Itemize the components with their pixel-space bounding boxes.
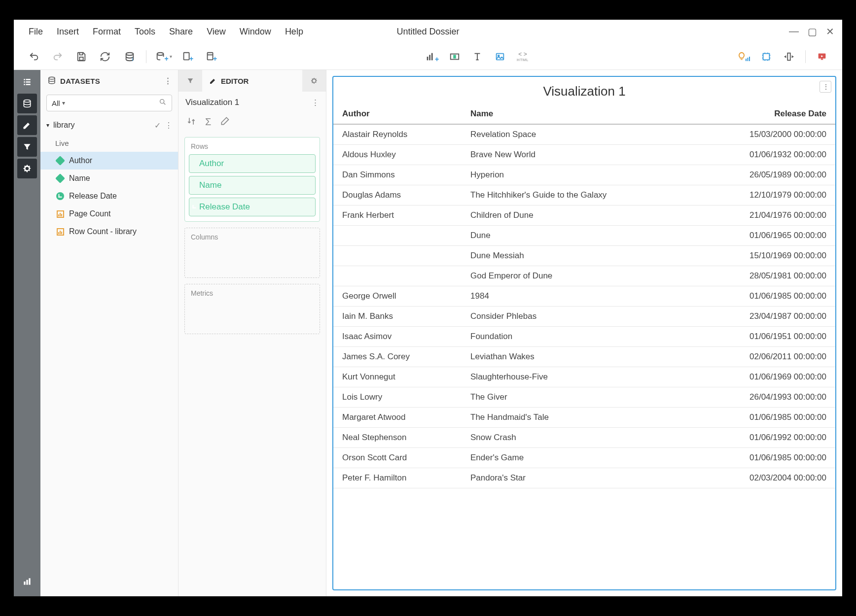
new-chapter-button[interactable]: + — [201, 47, 221, 66]
rail-datasets-button[interactable] — [17, 94, 37, 113]
swap-icon[interactable] — [186, 116, 196, 128]
editor-settings-tab[interactable] — [302, 70, 326, 92]
table-row[interactable]: James S.A. CoreyLeviathan Wakes02/06/201… — [333, 347, 835, 367]
table-row[interactable]: Dune Messiah15/10/1969 00:00:00 — [333, 246, 835, 266]
table-row[interactable]: Dan SimmonsHyperion26/05/1989 00:00:00 — [333, 165, 835, 185]
minimize-icon[interactable]: — — [789, 26, 799, 37]
table-row[interactable]: Aldous HuxleyBrave New World01/06/1932 0… — [333, 145, 835, 165]
search-icon[interactable] — [159, 98, 167, 108]
cell-name: Children of Dune — [462, 205, 693, 226]
add-data-button[interactable]: +▾ — [153, 47, 174, 66]
rail-filter-button[interactable] — [17, 137, 37, 157]
cell-date: 01/06/1985 00:00:00 — [693, 448, 835, 468]
menu-insert[interactable]: Insert — [50, 27, 86, 37]
cell-name: Pandora's Star — [462, 468, 693, 488]
menu-tools[interactable]: Tools — [128, 27, 162, 37]
menu-view[interactable]: View — [200, 27, 233, 37]
cell-author: George Orwell — [333, 286, 462, 307]
editor-panel: EDITOR Visualization 1 ⋮ Σ Rows AuthorNa… — [178, 70, 326, 596]
menu-format[interactable]: Format — [86, 27, 128, 37]
table-row[interactable]: Dune01/06/1965 00:00:00 — [333, 226, 835, 246]
table-row[interactable]: Frank HerbertChildren of Dune21/04/1976 … — [333, 205, 835, 226]
table-row[interactable]: Alastair ReynoldsRevelation Space15/03/2… — [333, 124, 835, 145]
new-page-button[interactable]: + — [177, 47, 198, 66]
cell-date: 01/06/1985 00:00:00 — [693, 286, 835, 307]
table-row[interactable]: Douglas AdamsThe Hitchhiker's Guide to t… — [333, 185, 835, 205]
responsive-button[interactable] — [756, 47, 777, 66]
cell-name: 1984 — [462, 286, 693, 307]
datasets-filter-select[interactable]: All ▾ — [46, 95, 172, 111]
cell-author: Kurt Vonnegut — [333, 367, 462, 387]
table-row[interactable]: Neal StephensonSnow Crash01/06/1992 00:0… — [333, 428, 835, 448]
cell-author: Isaac Asimov — [333, 327, 462, 347]
columns-dropzone[interactable]: Columns — [184, 228, 320, 278]
attribute-release-date[interactable]: Release Date — [40, 187, 178, 205]
insert-chart-button[interactable]: + — [422, 47, 442, 66]
table-row[interactable]: Iain M. BanksConsider Phlebas23/04/1987 … — [333, 307, 835, 327]
chip-release-date[interactable]: Release Date — [189, 198, 316, 216]
panel-toggle-button[interactable] — [779, 47, 799, 66]
sigma-icon[interactable]: Σ — [205, 116, 211, 128]
metrics-label: Metrics — [189, 288, 316, 301]
editor-viz-more-icon[interactable]: ⋮ — [311, 98, 319, 108]
close-icon[interactable]: ✕ — [826, 26, 834, 37]
menu-file[interactable]: File — [22, 27, 50, 37]
maximize-icon[interactable]: ▢ — [808, 26, 817, 37]
chip-label: Author — [199, 159, 224, 169]
metrics-dropzone[interactable]: Metrics — [184, 284, 320, 334]
svg-rect-0 — [79, 57, 83, 60]
insert-image-button[interactable] — [490, 47, 510, 66]
insert-text-button[interactable] — [467, 47, 488, 66]
menu-share[interactable]: Share — [162, 27, 200, 37]
rail-editor-button[interactable] — [17, 115, 37, 135]
data-grid[interactable]: Author Name Release Date Alastair Reynol… — [333, 104, 835, 589]
undo-button[interactable] — [24, 47, 44, 66]
chip-name[interactable]: Name — [189, 176, 316, 195]
viz-menu-icon[interactable]: ⋮ — [820, 81, 831, 93]
table-row[interactable]: Margaret AtwoodThe Handmaid's Tale01/06/… — [333, 408, 835, 428]
group-more-icon[interactable]: ⋮ — [165, 121, 172, 130]
rail-format-button[interactable] — [17, 159, 37, 178]
editor-tab[interactable]: EDITOR — [202, 70, 302, 92]
col-header-author[interactable]: Author — [333, 104, 462, 124]
rail-chart-icon[interactable] — [17, 572, 37, 591]
datasets-more-icon[interactable]: ⋮ — [164, 76, 171, 85]
svg-rect-9 — [453, 55, 456, 58]
table-row[interactable]: Isaac AsimovFoundation01/06/1951 00:00:0… — [333, 327, 835, 347]
eraser-icon[interactable] — [220, 116, 230, 128]
insights-button[interactable] — [733, 47, 754, 66]
insert-filter-button[interactable] — [444, 47, 465, 66]
clock-icon — [55, 192, 65, 200]
cell-name: Leviathan Wakes — [462, 347, 693, 367]
save-button[interactable] — [71, 47, 92, 66]
visualization-card[interactable]: ⋮ Visualization 1 Author Name Release Da… — [332, 76, 836, 590]
table-row[interactable]: Lois LowryThe Giver26/04/1993 00:00:00 — [333, 387, 835, 408]
attribute-author[interactable]: Author — [40, 152, 178, 170]
menu-help[interactable]: Help — [278, 27, 310, 37]
redo-button[interactable] — [47, 47, 68, 66]
attribute-row-count---library[interactable]: Row Count - library — [40, 223, 178, 240]
attribute-page-count[interactable]: Page Count — [40, 205, 178, 223]
cell-date: 01/06/1965 00:00:00 — [693, 226, 835, 246]
refresh-button[interactable] — [95, 47, 115, 66]
table-row[interactable]: Kurt VonnegutSlaughterhouse-Five01/06/19… — [333, 367, 835, 387]
editor-filter-tab[interactable] — [178, 70, 202, 92]
table-row[interactable]: Orson Scott CardEnder's Game01/06/1985 0… — [333, 448, 835, 468]
dataset-group-library[interactable]: ▾ library ✓⋮ — [40, 116, 178, 134]
table-row[interactable]: God Emperor of Dune28/05/1981 00:00:00 — [333, 266, 835, 286]
cell-date: 21/04/1976 00:00:00 — [693, 205, 835, 226]
rail-contents-button[interactable] — [17, 72, 37, 92]
chip-author[interactable]: Author — [189, 154, 316, 173]
insert-html-button[interactable]: < >HTML — [512, 47, 533, 66]
col-header-date[interactable]: Release Date — [693, 104, 835, 124]
table-row[interactable]: George Orwell198401/06/1985 00:00:00 — [333, 286, 835, 307]
rows-dropzone[interactable]: Rows AuthorNameRelease Date — [184, 137, 320, 222]
cell-name: Snow Crash — [462, 428, 693, 448]
table-row[interactable]: Peter F. HamiltonPandora's Star02/03/200… — [333, 468, 835, 488]
present-button[interactable] — [812, 47, 832, 66]
attribute-name[interactable]: Name — [40, 170, 178, 187]
col-header-name[interactable]: Name — [462, 104, 693, 124]
svg-point-28 — [49, 77, 55, 79]
menu-window[interactable]: Window — [233, 27, 278, 37]
data-button[interactable]: i — [118, 47, 139, 66]
